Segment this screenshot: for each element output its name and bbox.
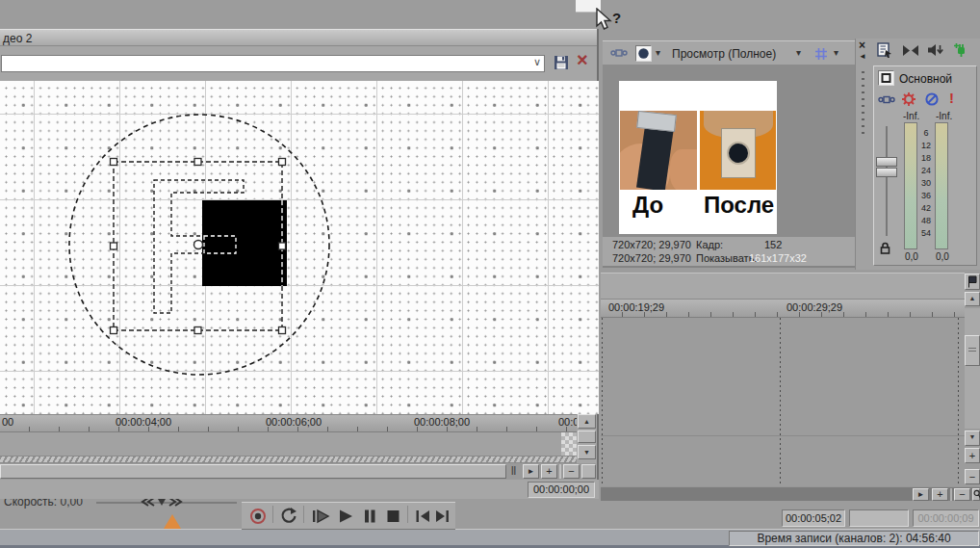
motion-vscrollbar-thumb[interactable] <box>578 431 596 443</box>
mixer-dock-grip[interactable] <box>862 71 864 139</box>
previous-icon <box>412 506 433 527</box>
window-title: део 2 <box>3 32 32 45</box>
preset-combobox[interactable]: ∨ <box>1 55 545 72</box>
downmix-output-button[interactable] <box>902 44 919 57</box>
meter-value-right: 0,0 <box>936 251 949 262</box>
timeline-zoom-divider <box>950 488 952 501</box>
motion-zoom-out-button[interactable]: − <box>563 464 580 479</box>
selection-length-display[interactable] <box>849 509 909 527</box>
transport-toolbar <box>242 502 455 530</box>
record-time-box: Время записи (каналов: 2): 04:56:40 <box>729 531 979 546</box>
project-properties-icon <box>610 46 628 60</box>
preview-quality-dropdown-arrow[interactable]: ▾ <box>656 47 660 58</box>
stop-button[interactable] <box>382 506 403 527</box>
motion-scroll-up-button[interactable]: ▲ <box>578 414 596 429</box>
timeline-hscroll-right-button[interactable]: ► <box>913 488 929 501</box>
record-button[interactable] <box>247 506 269 527</box>
timeline-vscrollbar-thumb[interactable] <box>965 335 980 366</box>
master-bus-icon <box>879 71 893 85</box>
bus-fader-track[interactable] <box>886 126 888 236</box>
lane-wave-strip <box>0 456 577 463</box>
motion-timecode-display[interactable]: 00:00:00;00 <box>528 482 595 498</box>
timeline-zoom-tool-button[interactable] <box>972 488 980 501</box>
preview-mode-label[interactable]: Просмотр (Полное) <box>672 47 776 61</box>
loop-playback-button[interactable] <box>278 506 299 527</box>
play-from-start-icon <box>309 506 332 527</box>
bus-settings-button[interactable] <box>901 91 916 107</box>
handle-bottom-center <box>194 327 201 334</box>
play-icon <box>334 506 357 527</box>
motion-zoom-in-button[interactable]: + <box>541 464 557 479</box>
after-image <box>700 111 776 190</box>
window-titlebar[interactable]: део 2 <box>0 29 597 46</box>
marker-line <box>602 318 603 486</box>
timeline-ruler[interactable]: 00:00:19;29 00:00:29;29 <box>601 299 965 318</box>
add-bus-button[interactable] <box>952 42 969 58</box>
bus-fader-handle-pan[interactable] <box>876 168 897 177</box>
grid-icon <box>814 47 828 61</box>
dim-output-button[interactable] <box>927 43 944 57</box>
timeline-zoom-in-button[interactable]: + <box>932 488 948 501</box>
transport-separator <box>407 506 408 523</box>
grid-overlay-button[interactable] <box>814 47 828 61</box>
play-from-start-button[interactable] <box>309 506 332 527</box>
show-label: Показывать: <box>696 252 757 264</box>
motion-scroll-right-button[interactable]: ► <box>523 464 539 479</box>
solo-button[interactable]: ! <box>949 90 954 106</box>
motion-shapes-overlay[interactable] <box>0 81 599 414</box>
cursor-arrow-icon <box>597 9 610 29</box>
save-preset-button[interactable] <box>553 54 572 73</box>
cursor-time-display[interactable]: 00:00:05;02 <box>782 509 845 527</box>
keyframe-lane[interactable] <box>0 432 577 456</box>
timeline-vscrollbar-track[interactable] <box>965 308 980 429</box>
track-height-increase-button[interactable]: + <box>965 448 980 463</box>
warning-triangle-icon <box>164 514 181 529</box>
bus-fader-handle-volume[interactable] <box>876 157 897 167</box>
mixer-dock-collapse-button[interactable]: ◄ <box>859 52 866 61</box>
track-view[interactable] <box>601 318 965 486</box>
window-bottom-strip: 00:00:00;00 <box>0 480 599 499</box>
db-scale-tick: 54 <box>916 228 936 238</box>
preview-viewport: До После <box>603 65 855 237</box>
motion-zoom-tool-button[interactable] <box>581 464 596 479</box>
track-height-decrease-button[interactable]: − <box>965 469 980 484</box>
plug-add-icon <box>952 42 969 58</box>
master-bus-button[interactable] <box>878 70 894 86</box>
preset-combobox-value <box>2 60 5 71</box>
play-button[interactable] <box>334 506 357 527</box>
marker-bar[interactable] <box>601 273 965 299</box>
motion-ruler-ticks <box>0 427 577 431</box>
show-value: 161x177x32 <box>749 252 807 264</box>
cursor-question-icon: ? <box>612 10 621 26</box>
combobox-dropdown-arrow[interactable]: ∨ <box>533 56 541 68</box>
timeline-zoom-out-button[interactable]: − <box>954 488 970 501</box>
motion-scroll-down-button[interactable]: ▼ <box>578 445 596 459</box>
fader-lock-icon[interactable] <box>880 242 890 254</box>
mixer-properties-button[interactable] <box>877 42 893 58</box>
mixer-dock-close-button[interactable]: × <box>859 39 865 52</box>
db-scale-tick: 36 <box>916 191 936 200</box>
pause-button[interactable] <box>359 506 380 527</box>
project-properties-button[interactable] <box>610 46 628 60</box>
mute-button[interactable] <box>924 91 940 107</box>
marker-tool-button[interactable] <box>965 274 980 290</box>
frame-value: 152 <box>764 239 782 250</box>
handle-mid-left <box>111 243 117 249</box>
insert-fx-button[interactable] <box>878 93 895 106</box>
grid-dropdown-arrow[interactable]: ▾ <box>834 47 838 58</box>
motion-ruler[interactable]: 00 00:00:04;00 00:00:06;00 00:00:08;00 0… <box>0 414 577 432</box>
motion-canvas[interactable] <box>0 81 599 414</box>
marker-line <box>780 318 781 486</box>
motion-hscrollbar-thumb[interactable] <box>0 464 506 479</box>
go-to-start-button[interactable] <box>412 506 433 527</box>
help-cursor: ? <box>593 8 626 37</box>
preview-quality-button[interactable] <box>635 45 652 62</box>
go-to-end-button[interactable] <box>432 506 453 527</box>
mixer-properties-icon <box>877 42 893 58</box>
timeline-scroll-down-button[interactable]: ▼ <box>965 431 980 446</box>
timeline-scroll-up-button[interactable]: ▲ <box>965 292 980 306</box>
motion-hscrollbar[interactable]: || ► + − <box>0 463 596 480</box>
preview-mode-dropdown-arrow[interactable]: ▾ <box>796 47 801 58</box>
delete-preset-button[interactable]: × <box>577 49 588 71</box>
timeline-hscrollbar[interactable]: ► + − <box>601 486 980 501</box>
